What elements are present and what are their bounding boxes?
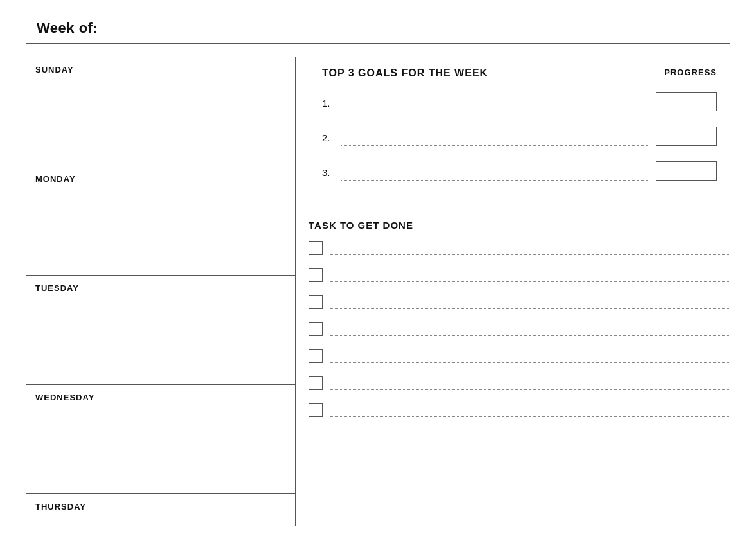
goal-progress-box-3[interactable]: [656, 161, 717, 181]
day-label-tuesday: TUESDAY: [35, 283, 79, 293]
task-checkbox-1[interactable]: [309, 241, 323, 255]
task-line-7[interactable]: [330, 403, 730, 417]
task-line-3[interactable]: [330, 295, 730, 309]
goal-row-3: 3.: [322, 161, 717, 181]
task-line-1[interactable]: [330, 241, 730, 255]
goal-line-1[interactable]: [341, 97, 649, 111]
goal-row-1: 1.: [322, 92, 717, 111]
tasks-title: TASK TO GET DONE: [309, 220, 730, 231]
task-checkbox-4[interactable]: [309, 322, 323, 336]
task-checkbox-7[interactable]: [309, 403, 323, 417]
task-line-5[interactable]: [330, 349, 730, 363]
right-column: TOP 3 GOALS FOR THE WEEK PROGRESS 1. 2.: [296, 57, 730, 526]
day-block-sunday: SUNDAY: [26, 57, 295, 166]
main-layout: SUNDAY MONDAY TUESDAY WEDNESDAY THURSDAY…: [26, 57, 730, 526]
week-of-container[interactable]: Week of:: [26, 13, 730, 44]
goal-line-2[interactable]: [341, 132, 649, 146]
task-line-6[interactable]: [330, 376, 730, 390]
day-block-wednesday: WEDNESDAY: [26, 385, 295, 494]
goal-line-3[interactable]: [341, 166, 649, 181]
goal-number-2: 2.: [322, 132, 335, 146]
task-row-1: [309, 241, 730, 255]
task-row-4: [309, 322, 730, 336]
tasks-section: TASK TO GET DONE: [309, 209, 730, 417]
task-row-3: [309, 295, 730, 309]
goals-section: TOP 3 GOALS FOR THE WEEK PROGRESS 1. 2.: [309, 57, 730, 209]
goal-progress-box-2[interactable]: [656, 127, 717, 146]
goal-progress-box-1[interactable]: [656, 92, 717, 111]
day-label-thursday: THURSDAY: [35, 502, 86, 511]
day-block-thursday: THURSDAY: [26, 494, 295, 526]
task-row-2: [309, 268, 730, 282]
progress-label: PROGRESS: [664, 67, 717, 77]
days-column: SUNDAY MONDAY TUESDAY WEDNESDAY THURSDAY: [26, 57, 296, 526]
task-line-2[interactable]: [330, 268, 730, 282]
day-label-monday: MONDAY: [35, 174, 76, 184]
goal-number-3: 3.: [322, 167, 335, 181]
weekly-planner-page: Week of: SUNDAY MONDAY TUESDAY WEDNESDAY…: [0, 0, 756, 541]
day-label-sunday: SUNDAY: [35, 65, 74, 75]
task-checkbox-5[interactable]: [309, 349, 323, 363]
goals-title: TOP 3 GOALS FOR THE WEEK: [322, 67, 488, 79]
day-label-wednesday: WEDNESDAY: [35, 393, 94, 402]
task-checkbox-3[interactable]: [309, 295, 323, 309]
goal-number-1: 1.: [322, 98, 335, 111]
day-block-monday: MONDAY: [26, 166, 295, 276]
task-checkbox-2[interactable]: [309, 268, 323, 282]
week-of-label: Week of:: [37, 20, 98, 36]
task-checkbox-6[interactable]: [309, 376, 323, 390]
day-block-tuesday: TUESDAY: [26, 276, 295, 385]
task-row-6: [309, 376, 730, 390]
task-line-4[interactable]: [330, 322, 730, 336]
task-row-7: [309, 403, 730, 417]
goal-row-2: 2.: [322, 127, 717, 146]
task-row-5: [309, 349, 730, 363]
goals-header: TOP 3 GOALS FOR THE WEEK PROGRESS: [322, 67, 717, 79]
